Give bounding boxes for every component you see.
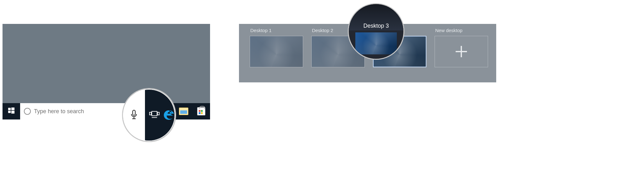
- start-button[interactable]: [3, 103, 20, 119]
- plus-icon: [456, 46, 467, 57]
- magnified-desktop-label: Desktop 3: [363, 23, 389, 29]
- cortana-ring-icon: [24, 108, 31, 115]
- search-box[interactable]: Type here to search: [20, 103, 140, 119]
- magnified-task-view-button[interactable]: [145, 89, 164, 141]
- magnified-desktop-label-area: Desktop 3: [349, 4, 403, 30]
- search-placeholder: Type here to search: [34, 108, 84, 115]
- microphone-icon: [130, 110, 137, 120]
- file-explorer-icon: [179, 108, 188, 115]
- file-explorer-button[interactable]: [175, 103, 192, 119]
- svg-rect-0: [8, 108, 11, 110]
- screenshot-taskbar: Type here to search: [3, 24, 210, 119]
- svg-rect-2: [8, 111, 11, 113]
- new-desktop-tile: [435, 36, 488, 67]
- start-icon: [8, 107, 15, 115]
- microsoft-store-button[interactable]: [192, 103, 210, 119]
- svg-rect-16: [158, 112, 159, 115]
- svg-rect-14: [152, 111, 157, 116]
- new-desktop-label: New desktop: [435, 28, 488, 34]
- svg-rect-1: [11, 108, 14, 110]
- desktop-preview: [250, 36, 303, 67]
- new-desktop-button[interactable]: New desktop: [435, 27, 488, 77]
- desktop-label: Desktop 1: [250, 28, 303, 34]
- microsoft-store-icon: [197, 107, 205, 115]
- desktop-thumbnail-1[interactable]: Desktop 1: [250, 27, 303, 77]
- svg-rect-15: [150, 112, 152, 115]
- task-view-icon: [149, 110, 160, 120]
- magnifier-taskview: [122, 88, 176, 142]
- magnified-desktop-preview: [355, 32, 397, 54]
- taskbar: Type here to search: [3, 103, 210, 119]
- svg-rect-3: [11, 111, 14, 114]
- svg-rect-11: [133, 110, 135, 115]
- magnifier-desktop3: Desktop 3: [348, 3, 404, 60]
